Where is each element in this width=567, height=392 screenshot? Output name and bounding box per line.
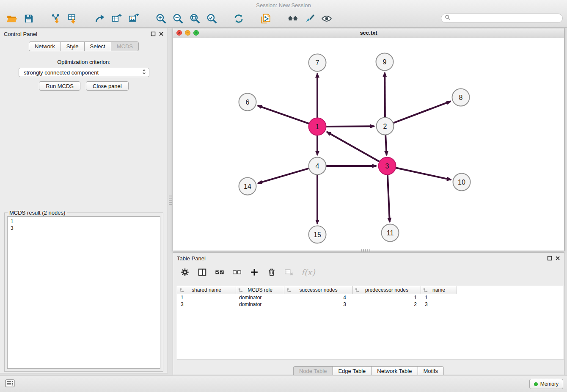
close-panel-icon[interactable] [159, 31, 164, 36]
graph-node-1[interactable]: 1 [309, 118, 326, 135]
edge-1-6[interactable] [258, 106, 309, 124]
open-file-button[interactable] [3, 11, 20, 26]
graph-node-6[interactable]: 6 [239, 94, 256, 111]
close-window-icon[interactable]: × [176, 30, 182, 36]
graph-node-11[interactable]: 11 [382, 224, 399, 242]
toolbar-group [47, 11, 81, 26]
zoom-out-button[interactable] [169, 11, 186, 26]
toolbar-group [284, 11, 335, 26]
table-tab-node-table[interactable]: Node Table [293, 366, 333, 376]
copy-view-button[interactable] [257, 11, 274, 26]
export-image-icon [128, 13, 139, 24]
search-input[interactable] [453, 15, 559, 22]
table-settings-icon [180, 268, 190, 277]
export-network-button[interactable] [91, 11, 108, 26]
status-bar: Memory [0, 375, 567, 392]
close-table-panel-icon[interactable] [555, 256, 560, 261]
zoom-fit-button[interactable] [186, 11, 203, 26]
edge-3-1[interactable] [327, 132, 380, 162]
dropdown-arrows-icon [142, 69, 146, 76]
close-panel-button[interactable]: Close panel [86, 81, 129, 91]
add-entry-icon [250, 268, 259, 277]
export-image-button[interactable] [125, 11, 142, 26]
save-session-button[interactable] [20, 11, 37, 26]
control-panel: Control Panel NetworkStyleSelectMCDS Opt… [0, 28, 168, 373]
select-all-button[interactable] [215, 267, 225, 278]
column-header-predecessor-nodes[interactable]: predecessor nodes [353, 286, 421, 294]
table-cell: 1 [421, 294, 457, 301]
deselect-all-button[interactable] [232, 267, 242, 278]
table-toolbar: f(x) [180, 266, 315, 278]
minimize-window-icon[interactable]: − [185, 30, 190, 36]
edge-4-14[interactable] [258, 168, 309, 183]
window-chrome: Session: New Session [0, 0, 567, 28]
import-table-file-button[interactable] [64, 11, 81, 26]
titlebar[interactable]: Session: New Session [0, 0, 567, 10]
export-table-button[interactable] [108, 11, 125, 26]
search-field[interactable] [441, 14, 563, 23]
float-panel-icon[interactable] [151, 31, 156, 36]
node-label: 9 [383, 58, 387, 66]
delete-table-button[interactable] [284, 267, 294, 278]
network-graph[interactable]: 7968124314101511 [173, 38, 564, 251]
import-network-file-button[interactable] [47, 11, 64, 26]
float-table-panel-icon[interactable] [547, 256, 552, 261]
graph-node-15[interactable]: 15 [309, 226, 326, 243]
table-tab-network-table[interactable]: Network Table [371, 366, 418, 376]
zoom-window-icon[interactable]: + [193, 30, 199, 36]
column-header-mcds-role[interactable]: MCDS role [236, 286, 284, 294]
control-tab-style[interactable]: Style [61, 41, 85, 51]
graph-node-3[interactable]: 3 [379, 157, 396, 175]
network-window-titlebar[interactable]: × − + scc.txt [173, 28, 564, 38]
export-table-icon [111, 13, 122, 24]
table-row[interactable]: 3dominator323 [177, 301, 564, 308]
task-history-button[interactable] [5, 379, 15, 389]
table-tab-motifs[interactable]: Motifs [417, 366, 444, 376]
run-mcds-button[interactable]: Run MCDS [39, 81, 80, 91]
vertical-splitter-handle[interactable] [169, 196, 172, 206]
graph-node-4[interactable]: 4 [309, 157, 326, 175]
network-canvas[interactable]: 7968124314101511 [173, 38, 564, 251]
show-hide-graphics-button[interactable] [318, 11, 335, 26]
toolbar-button-strip [3, 11, 345, 26]
table-row[interactable]: 1dominator411 [177, 294, 564, 301]
edge-3-10[interactable] [396, 168, 451, 179]
graph-node-2[interactable]: 2 [377, 118, 394, 135]
control-tab-mcds[interactable]: MCDS [111, 41, 139, 51]
column-header-name[interactable]: name [421, 286, 457, 294]
edge-2-9[interactable] [385, 73, 385, 118]
table-tab-edge-table[interactable]: Edge Table [332, 366, 372, 376]
graph-node-8[interactable]: 8 [452, 89, 470, 106]
window-title: Session: New Session [256, 2, 311, 8]
function-builder-button[interactable]: f(x) [301, 267, 315, 278]
column-header-successor-nodes[interactable]: successor nodes [284, 286, 353, 294]
edge-3-11[interactable] [388, 175, 390, 222]
edge-2-8[interactable] [393, 101, 451, 123]
table-cell: 3 [421, 301, 457, 308]
zoom-selected-button[interactable] [203, 11, 220, 26]
apply-style-button[interactable] [301, 11, 318, 26]
table-cell: 1 [353, 294, 421, 301]
graph-node-10[interactable]: 10 [453, 174, 471, 191]
show-columns-button[interactable] [197, 267, 207, 278]
control-tab-select[interactable]: Select [84, 41, 111, 51]
column-header-shared-name[interactable]: shared name [177, 286, 236, 294]
graph-node-14[interactable]: 14 [239, 178, 256, 195]
delete-entry-button[interactable] [267, 267, 277, 278]
control-tab-network[interactable]: Network [29, 41, 61, 51]
graph-node-9[interactable]: 9 [376, 53, 394, 71]
memory-status-icon [534, 382, 538, 386]
home-layout-button[interactable] [284, 11, 301, 26]
edge-2-3[interactable] [385, 135, 387, 155]
add-entry-button[interactable] [249, 267, 259, 278]
criterion-dropdown[interactable]: strongly connected component [19, 68, 149, 77]
refresh-view-button[interactable] [230, 11, 247, 26]
node-label: 4 [316, 163, 319, 170]
graph-node-7[interactable]: 7 [309, 54, 326, 72]
mcds-result-list[interactable]: 13 [7, 216, 160, 369]
edge-1-2[interactable] [326, 126, 374, 127]
table-settings-button[interactable] [180, 267, 190, 278]
horizontal-splitter-handle[interactable] [361, 249, 371, 252]
zoom-in-button[interactable] [152, 11, 169, 26]
memory-button[interactable]: Memory [529, 379, 563, 389]
